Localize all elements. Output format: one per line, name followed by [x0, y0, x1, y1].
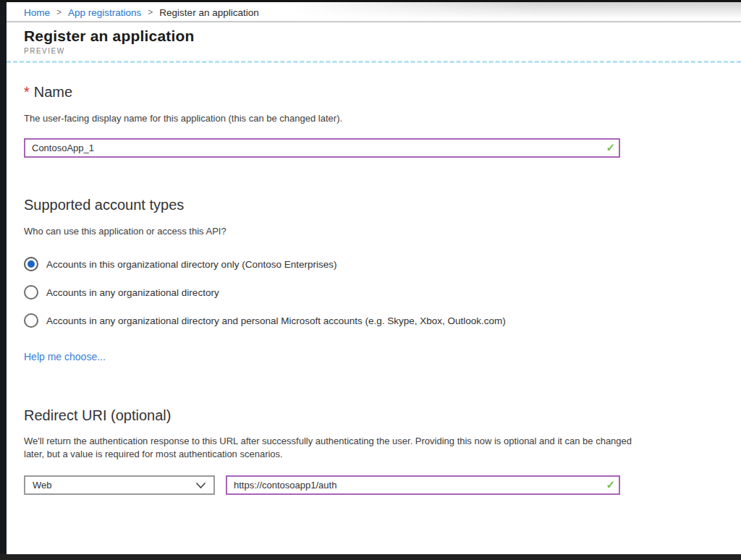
breadcrumb-current: Register an application: [159, 7, 258, 18]
radio-button-icon[interactable]: [24, 285, 38, 300]
account-types-title: Supported account types: [24, 196, 724, 213]
page-title: Register an application: [24, 27, 741, 45]
breadcrumb-separator: >: [148, 7, 153, 17]
breadcrumb: Home > App registrations > Register an a…: [7, 0, 741, 22]
name-input-container: ✓: [24, 138, 620, 158]
required-marker: *: [24, 84, 30, 100]
radio-option-label: Accounts in any organizational directory: [46, 287, 219, 298]
breadcrumb-link-home[interactable]: Home: [24, 7, 50, 18]
help-me-choose-link[interactable]: Help me choose...: [24, 351, 106, 362]
name-section-title: *Name: [24, 83, 724, 101]
preview-badge: PREVIEW: [24, 47, 741, 55]
radio-option-label: Accounts in any organizational directory…: [46, 315, 506, 326]
name-input[interactable]: [24, 138, 620, 158]
chevron-down-icon: [195, 482, 206, 489]
name-section-title-text: Name: [34, 84, 72, 100]
window-left-edge: [0, 0, 7, 560]
name-description: The user-facing display name for this ap…: [24, 112, 724, 124]
redirect-uri-title: Redirect URI (optional): [24, 407, 724, 424]
radio-button-icon[interactable]: [24, 257, 38, 271]
redirect-uri-controls: Web ✓: [24, 475, 724, 495]
register-application-page: Home > App registrations > Register an a…: [0, 0, 741, 560]
radio-option-any-org-and-personal[interactable]: Accounts in any organizational directory…: [24, 313, 724, 328]
window-top-edge: [0, 0, 741, 2]
account-types-question: Who can use this application or access t…: [24, 225, 724, 237]
radio-option-label: Accounts in this organizational director…: [46, 259, 336, 270]
redirect-type-select[interactable]: Web: [24, 475, 215, 495]
redirect-type-selected-value: Web: [33, 480, 52, 491]
window-bottom-edge: [0, 554, 741, 560]
radio-option-any-org-directory[interactable]: Accounts in any organizational directory: [24, 284, 724, 300]
blade-header: Register an application PREVIEW: [7, 22, 741, 61]
blade-content: *Name The user-facing display name for t…: [7, 61, 741, 553]
breadcrumb-separator: >: [56, 7, 62, 17]
redirect-uri-description: We'll return the authentication response…: [24, 435, 638, 461]
radio-button-icon[interactable]: [24, 313, 38, 328]
breadcrumb-link-app-registrations[interactable]: App registrations: [68, 7, 141, 18]
redirect-uri-input-container: ✓: [226, 475, 620, 495]
radio-option-org-directory-only[interactable]: Accounts in this organizational director…: [24, 256, 724, 272]
redirect-uri-input[interactable]: [226, 475, 620, 495]
